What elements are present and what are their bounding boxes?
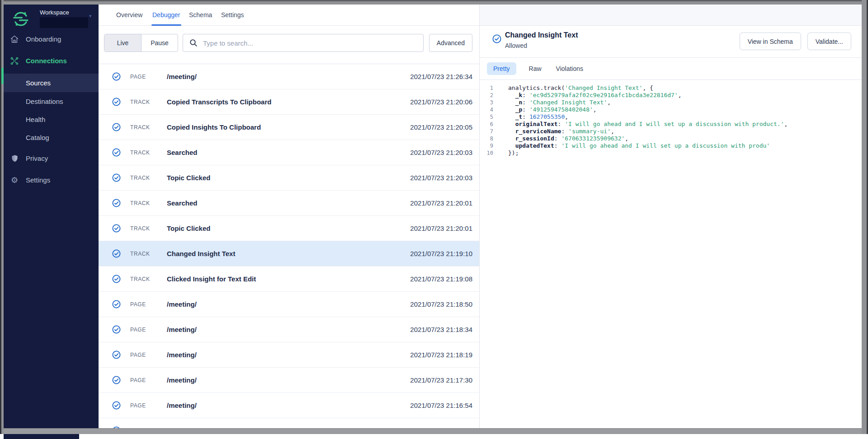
event-name: Topic Clicked	[167, 224, 210, 232]
line-number: 10	[480, 149, 493, 157]
event-timestamp: 2021/07/23 21:20:01	[410, 224, 472, 232]
event-row[interactable]: PAGE /meeting/ 2021/07/23 21:17:30	[99, 368, 479, 393]
sidebar-item-connections[interactable]: Connections	[4, 55, 99, 68]
event-row[interactable]: TRACK Topic Clicked 2021/07/23 21:20:01	[99, 216, 479, 241]
event-row[interactable]: TRACK Searched 2021/07/23 21:20:03	[99, 140, 479, 165]
event-type: PAGE	[130, 428, 146, 428]
source-tabbar: Overview Debugger Schema Settings	[99, 5, 479, 26]
event-timestamp: 2021/07/23 21:20:05	[410, 123, 472, 131]
event-name: Copied Transcripts To Clipboard	[167, 98, 271, 106]
event-name: /meeting/	[167, 326, 197, 333]
connections-icon	[9, 56, 19, 65]
advanced-button[interactable]: Advanced	[429, 34, 472, 52]
code-line: 6 originalText: 'I will go ahead and I w…	[480, 121, 862, 128]
event-timestamp: 2021/07/23 21:16:15	[410, 427, 472, 428]
sidebar-item-catalog[interactable]: Catalog	[4, 128, 99, 147]
detail-status: Allowed	[505, 42, 527, 49]
check-circle-icon	[112, 376, 121, 386]
check-circle-icon	[112, 148, 121, 159]
window-frame-top	[0, 0, 868, 5]
tab-raw[interactable]: Raw	[527, 62, 543, 75]
line-content: r_sessionId: '6706331235909632',	[508, 135, 628, 142]
segment-logo-icon	[13, 11, 29, 29]
code-line: 3 _n: 'Changed Insight Text',	[480, 99, 862, 106]
event-row[interactable]: TRACK Copied Transcripts To Clipboard 20…	[99, 89, 479, 115]
tab-debugger[interactable]: Debugger	[152, 5, 180, 26]
check-circle-icon	[112, 300, 121, 310]
debugger-panel: Overview Debugger Schema Settings Live P…	[99, 5, 479, 428]
line-content: updatedText: 'I will go ahead and I will…	[508, 142, 770, 149]
event-type: TRACK	[130, 276, 150, 282]
chevron-down-icon[interactable]: ▾	[89, 13, 92, 19]
check-circle-icon	[112, 72, 121, 83]
live-button[interactable]: Live	[104, 34, 142, 51]
line-number: 7	[480, 128, 493, 135]
event-row[interactable]: TRACK Searched 2021/07/23 21:20:01	[99, 191, 479, 216]
event-row[interactable]: TRACK Topic Clicked 2021/07/23 21:20:03	[99, 165, 479, 191]
event-row[interactable]: PAGE /meeting/ 2021/07/23 21:18:19	[99, 342, 479, 368]
event-list: PAGE /meeting/ 2021/07/23 21:26:34 TRACK…	[99, 64, 479, 428]
tab-overview[interactable]: Overview	[116, 5, 142, 26]
sidebar-item-health[interactable]: Health	[4, 110, 99, 129]
check-circle-icon	[112, 401, 121, 411]
event-type: TRACK	[130, 99, 150, 105]
event-row[interactable]: PAGE /meeting/ 2021/07/23 21:16:15	[99, 418, 479, 428]
window-frame-right	[862, 0, 868, 434]
tab-settings[interactable]: Settings	[221, 5, 244, 26]
event-timestamp: 2021/07/23 21:18:50	[410, 300, 472, 308]
line-content: originalText: 'I will go ahead and I wil…	[508, 121, 788, 128]
event-row[interactable]: TRACK Clicked Insight for Text Edit 2021…	[99, 266, 479, 292]
event-row[interactable]: PAGE /meeting/ 2021/07/23 21:26:34	[99, 64, 479, 89]
event-row[interactable]: PAGE /meeting/ 2021/07/23 21:18:34	[99, 317, 479, 342]
sidebar-item-onboarding[interactable]: Onboarding	[4, 33, 99, 46]
gear-icon: ⚙	[9, 176, 19, 185]
line-number: 4	[480, 106, 493, 113]
detail-top-band	[480, 5, 862, 26]
tab-violations[interactable]: Violations	[554, 62, 585, 75]
frame-accent-strip	[1, 68, 4, 84]
tab-schema[interactable]: Schema	[189, 5, 212, 26]
line-number: 6	[480, 121, 493, 128]
check-circle-icon	[112, 123, 121, 133]
event-type: PAGE	[130, 301, 146, 308]
code-line: 4 _p: '4912594758402048',	[480, 106, 862, 113]
event-type: TRACK	[130, 124, 150, 131]
event-name: /meeting/	[167, 300, 197, 308]
validate-button[interactable]: Validate...	[807, 33, 851, 50]
pause-button[interactable]: Pause	[142, 34, 178, 51]
event-timestamp: 2021/07/23 21:19:08	[410, 275, 472, 283]
event-name: /meeting/	[167, 73, 197, 80]
line-content: _t: 1627055350,	[508, 113, 568, 121]
tab-pretty[interactable]: Pretty	[487, 62, 516, 75]
event-type: PAGE	[130, 352, 146, 358]
event-timestamp: 2021/07/23 21:20:03	[410, 174, 472, 182]
code-line: 10 });	[480, 149, 862, 157]
sidebar-item-settings[interactable]: ⚙ Settings	[4, 174, 99, 187]
event-row[interactable]: TRACK Copied Insights To Clipboard 2021/…	[99, 115, 479, 140]
home-icon	[9, 35, 19, 44]
event-timestamp: 2021/07/23 21:20:01	[410, 199, 472, 207]
debugger-controls: Live Pause Advanced	[99, 26, 479, 64]
line-number: 1	[480, 84, 493, 92]
check-circle-icon	[492, 34, 501, 45]
event-row[interactable]: PAGE /meeting/ 2021/07/23 21:18:50	[99, 292, 479, 317]
sidebar-bottom-strip	[4, 434, 79, 439]
detail-title: Changed Insight Text	[505, 31, 578, 39]
check-circle-icon	[112, 98, 121, 108]
event-type: TRACK	[130, 149, 150, 156]
event-row[interactable]: TRACK Changed Insight Text 2021/07/23 21…	[99, 241, 479, 266]
event-row[interactable]: PAGE /meeting/ 2021/07/23 21:16:54	[99, 393, 479, 418]
sidebar-item-privacy[interactable]: Privacy	[4, 153, 99, 165]
line-content: });	[508, 149, 519, 157]
view-in-schema-button[interactable]: View in Schema	[740, 33, 801, 50]
event-timestamp: 2021/07/23 21:18:34	[410, 326, 472, 333]
workspace-switcher[interactable]: Workspace ▾	[4, 5, 99, 33]
check-circle-icon	[112, 173, 121, 184]
event-type: PAGE	[130, 74, 146, 80]
sidebar-item-sources[interactable]: Sources	[4, 74, 99, 92]
sidebar-item-destinations[interactable]: Destinations	[4, 92, 99, 111]
sidebar: Workspace ▾ Onboarding	[4, 5, 99, 428]
search-input[interactable]	[202, 39, 423, 47]
search-box	[183, 34, 424, 52]
check-circle-icon	[112, 199, 121, 209]
